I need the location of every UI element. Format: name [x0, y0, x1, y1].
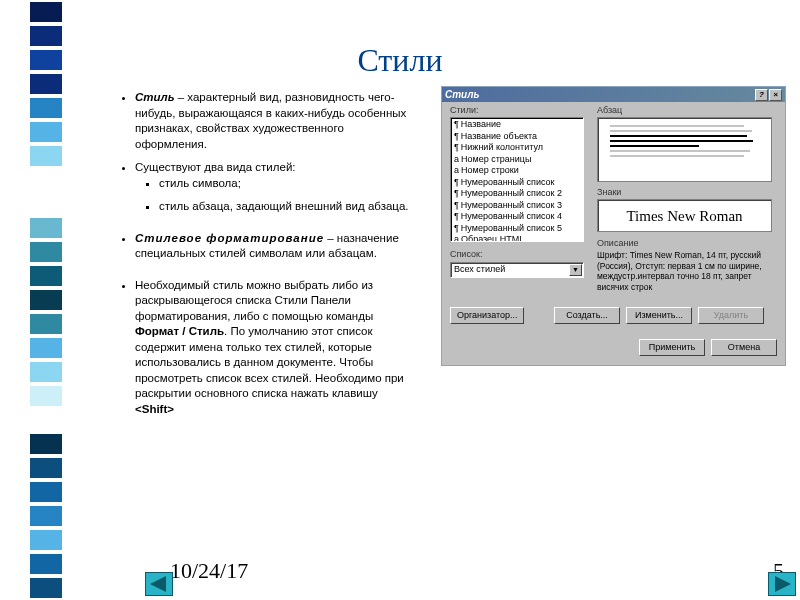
sidebar-block [28, 552, 64, 576]
list-item: ¶Нумерованный список 5 [451, 223, 583, 235]
label-styles: Стили: [450, 105, 478, 115]
sidebar-block [28, 360, 64, 384]
label-description: Описание [597, 238, 638, 248]
help-button[interactable]: ? [755, 89, 768, 101]
delete-button[interactable]: Удалить [698, 307, 764, 324]
list-item: ¶Нумерованный список [451, 177, 583, 189]
slide-body: Стиль – характерный вид, разновидность ч… [115, 90, 415, 425]
sidebar-block [28, 216, 64, 240]
term-style: Стиль [135, 91, 175, 103]
cancel-button[interactable]: Отмена [711, 339, 777, 356]
sidebar-block [28, 240, 64, 264]
list-item: ¶Нумерованный список 4 [451, 211, 583, 223]
bullet-1: Стиль – характерный вид, разновидность ч… [135, 90, 415, 152]
sidebar-block [28, 504, 64, 528]
list-item: ¶Название [451, 119, 583, 131]
apply-button[interactable]: Применить [639, 339, 705, 356]
modify-button[interactable]: Изменить... [626, 307, 692, 324]
subbullet-2b: стиль абзаца, задающий внешний вид абзац… [159, 199, 415, 215]
style-description: Шрифт: Times New Roman, 14 пт, русский (… [597, 250, 772, 293]
arrow-left-icon [146, 573, 172, 595]
paragraph-preview [597, 117, 772, 182]
styles-listbox[interactable]: ¶Название ¶Название объекта ¶Нижний коло… [450, 117, 584, 242]
list-combo[interactable]: Всех стилей ▼ [450, 262, 584, 278]
slide-title: Стили [0, 42, 800, 79]
sidebar-block [28, 192, 64, 216]
char-preview: Times New Roman [597, 199, 772, 232]
sidebar-block [28, 576, 64, 600]
sidebar-block [28, 432, 64, 456]
create-button[interactable]: Создать... [554, 307, 620, 324]
sidebar-block [28, 456, 64, 480]
subbullet-2a: стиль символа; [159, 176, 415, 192]
list-item: aНомер страницы [451, 154, 583, 166]
sidebar-block [28, 120, 64, 144]
dialog-title: Стиль [445, 89, 479, 100]
sidebar-block [28, 312, 64, 336]
arrow-right-icon [769, 573, 795, 595]
bullet-4: Необходимый стиль можно выбрать либо из … [135, 278, 415, 418]
style-dialog: Стиль ? × Стили: ¶Название ¶Название объ… [441, 86, 786, 366]
list-item: aНомер строки [451, 165, 583, 177]
sidebar-block [28, 408, 64, 432]
list-item: ¶Нижний колонтитул [451, 142, 583, 154]
sidebar-block [28, 144, 64, 168]
list-item: aОбразец HTML [451, 234, 583, 242]
bullet-2: Существуют два вида стилей: стиль символ… [135, 160, 415, 215]
close-button[interactable]: × [769, 89, 782, 101]
list-item: ¶Название объекта [451, 131, 583, 143]
list-item: ¶Нумерованный список 3 [451, 200, 583, 212]
label-paragraph: Абзац [597, 105, 622, 115]
label-chars: Знаки [597, 187, 621, 197]
chevron-down-icon: ▼ [569, 264, 582, 276]
sidebar-block [28, 336, 64, 360]
bullet-3: Стилевое форматирование – назначение спе… [135, 231, 415, 262]
preview-font-name: Times New Roman [626, 208, 742, 224]
sidebar-block [28, 384, 64, 408]
sidebar-block [28, 264, 64, 288]
sidebar-block [28, 480, 64, 504]
sidebar-block [28, 288, 64, 312]
term-style-formatting: Стилевое форматирование [135, 232, 324, 244]
sidebar-block [28, 96, 64, 120]
next-slide-button[interactable] [768, 572, 796, 596]
sidebar-block [28, 168, 64, 192]
label-list: Список: [450, 249, 482, 259]
sidebar-block [28, 0, 64, 24]
decorative-sidebar [28, 0, 64, 600]
prev-slide-button[interactable] [145, 572, 173, 596]
organizer-button[interactable]: Организатор... [450, 307, 524, 324]
sidebar-block [28, 528, 64, 552]
footer-date: 10/24/17 [170, 558, 248, 584]
dialog-titlebar: Стиль ? × [442, 87, 785, 102]
list-item: ¶Нумерованный список 2 [451, 188, 583, 200]
